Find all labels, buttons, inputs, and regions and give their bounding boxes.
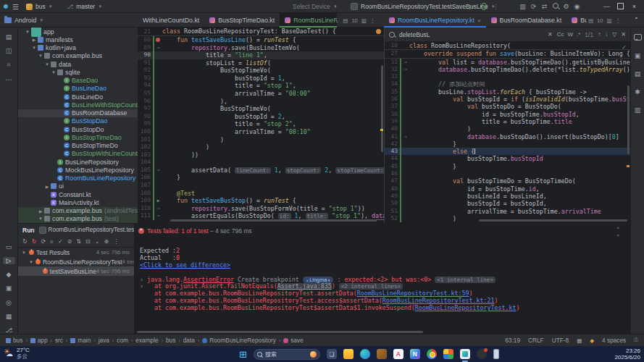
settings-icon[interactable]: ⚙ [561, 3, 572, 10]
pinned-app-briefcase[interactable] [377, 349, 387, 359]
horizontal-scrollbar[interactable] [479, 219, 627, 222]
code-line[interactable]: 47 val busStopTimeDo = BusStopTimeDo( [385, 177, 630, 185]
console-link[interactable]: RoomBusLineRepositoryTest.kt:21 [382, 298, 495, 304]
tree-chevron-icon[interactable]: ▼ [51, 70, 57, 75]
code-line[interactable]: 109▶ fun testSaveBusStop() = runTest { [138, 197, 384, 205]
inlay-hint[interactable]: stopCount: [285, 167, 322, 174]
code-line[interactable]: 48 id = busStopTime.id, [385, 185, 630, 193]
debug-button[interactable] [481, 0, 487, 13]
code-line[interactable]: 36 val busStopId = if (isInvalidId(busSt… [385, 96, 630, 103]
breadcrumb-item-bus[interactable]: bus [6, 337, 22, 344]
navigate-icon[interactable]: ⊕ [104, 238, 109, 245]
tree-chevron-icon[interactable]: ▶ [44, 184, 50, 189]
pinned-app-pinwheel[interactable] [443, 349, 453, 359]
code-line[interactable]: 46 [385, 170, 630, 177]
console-link[interactable]: AssertionError [183, 277, 234, 283]
logcat-icon[interactable]: ▣ [3, 285, 15, 292]
tab-roombuslinerepository-kt[interactable]: RoomBusLineRepository.kt× [384, 13, 486, 28]
device-selector[interactable]: Select Device▼ [293, 0, 338, 13]
code-line[interactable]: 94 title = "stop 1", [138, 82, 384, 90]
search-toggle-[interactable]: .* [577, 31, 580, 38]
tree-item-com-example-bus[interactable]: ▼com.example.bus [18, 52, 138, 60]
code-line[interactable]: 90 title = "line 1", [138, 51, 384, 59]
tab-control-icon[interactable]: 10 [351, 17, 357, 24]
lingma-chat-icon[interactable] [632, 32, 644, 43]
export-icon[interactable]: ⊡ [85, 238, 91, 245]
refresh-icon[interactable]: ⟳ [41, 238, 46, 245]
test-node-testsavebusline[interactable]: testSaveBusLine4 sec 796 ms [18, 266, 134, 276]
failed-test-gutter-icon[interactable] [154, 36, 162, 44]
code-line[interactable]: 98 busStopId = 2, [138, 113, 384, 121]
phone-link-icon[interactable] [493, 349, 499, 359]
tree-item-buslinedao[interactable]: IBusLineDao [18, 85, 138, 93]
search-box[interactable]: 搜索 [254, 349, 320, 360]
inlay-hint[interactable]: title: [306, 213, 328, 219]
tab-control-icon[interactable]: ▤ [588, 17, 593, 24]
tree-item-busroomdatabase[interactable]: CBusRoomDatabase [18, 109, 138, 117]
more-tool-windows-icon[interactable]: ⋯ [3, 75, 15, 83]
lingma-status-icon[interactable]: ◆ [590, 337, 594, 344]
pinned-app-n[interactable]: N [410, 349, 420, 359]
tab-control-icon[interactable]: ▤ [343, 17, 348, 24]
tree-chevron-icon[interactable]: ▼ [44, 62, 50, 67]
breadcrumb-item-app[interactable]: app [30, 337, 48, 344]
search-toggle-w[interactable]: W [567, 31, 573, 38]
editor-left[interactable]: 21class RoomBusLineRepositoryTest: BaseD… [138, 28, 384, 223]
problems-icon[interactable]: ◎ [3, 298, 15, 306]
show-ignored-icon[interactable]: ⊘ [67, 238, 72, 245]
warning-stripe-mark[interactable] [380, 129, 383, 131]
tree-item-app[interactable]: ▼app [18, 28, 138, 35]
close-search-icon[interactable]: ✕ [621, 31, 626, 38]
start-button[interactable]: ⊞ [239, 349, 247, 360]
tree-chevron-icon[interactable]: ▼ [29, 260, 33, 264]
inspection-warning-icon[interactable] [376, 29, 381, 34]
minimize-button[interactable]: — [600, 3, 614, 10]
sync-icon[interactable]: ⟳ [528, 3, 539, 10]
clear-search-icon[interactable]: ✕ [548, 31, 553, 38]
editor-right[interactable]: deleteBusL ✕ CcW.* 1/1 ↑ ↓ ▽ ✕ 18class R… [384, 28, 630, 223]
gutter-arrow-icon[interactable]: → [154, 212, 162, 220]
show-passed-icon[interactable]: ✓ [58, 238, 63, 245]
tree-item-roombuslinerepository[interactable]: CRoomBusLineRepository [18, 174, 138, 182]
tab-roombuslinerepositorytest-kt[interactable]: RoomBusLineRepositoryTest.kt× [280, 13, 337, 28]
tree-item-busstopdo[interactable]: CBusStopDo [18, 125, 138, 133]
tree-item-mainactivity-kt[interactable]: KMainActivity.kt [18, 198, 138, 206]
next-match-icon[interactable]: ↓ [605, 31, 608, 38]
inlay-hint[interactable]: stopTimeCount: [335, 167, 384, 174]
gutter-arrow-icon[interactable]: → [401, 66, 409, 73]
project-widget[interactable]: bus ▼ [26, 0, 53, 13]
device-manager-icon[interactable]: ▥ [517, 3, 528, 10]
code-line[interactable]: 97 BusStopTimeVo( [138, 105, 384, 113]
code-line[interactable]: 43 else { [385, 148, 630, 155]
inlay-hint[interactable]: lineCount: [235, 167, 271, 174]
running-devices-icon[interactable]: ▭ [3, 243, 15, 251]
more-actions-icon[interactable]: ⋮ [493, 0, 499, 13]
console-link[interactable]: RoomBusLineRepositoryTest.kt [415, 305, 517, 311]
close-icon[interactable]: × [477, 17, 481, 24]
code-line[interactable]: 49 busLineId = busLineId, [385, 193, 630, 200]
notifications-icon[interactable]: ▣ [632, 50, 644, 61]
console-link[interactable]: RoomBusLineRepositoryTest.kt:59 [357, 290, 469, 297]
code-line[interactable]: 96 ), [138, 98, 384, 106]
code-line[interactable]: 104 [138, 159, 384, 167]
tree-item-ui[interactable]: ▶ui [18, 182, 138, 190]
code-line[interactable]: 110→ repository.save(BusStopFormVo(title… [138, 205, 384, 213]
code-line[interactable]: 39 title = busStopTime.title [385, 118, 630, 125]
code-line[interactable]: 21class RoomBusLineRepositoryTest: BaseD… [138, 28, 384, 36]
gutter-arrow-icon[interactable]: → [401, 59, 409, 66]
tab-control-icon[interactable]: ⌄ [335, 17, 339, 24]
tree-item-data[interactable]: ▼data [18, 60, 138, 68]
test-node-roombuslinerepositorytest[interactable]: ▼RoomBusLineRepositoryTest4 sec 796 ms [18, 257, 134, 266]
breadcrumb-item-data[interactable]: data [183, 337, 195, 344]
code-line[interactable]: 35 busLine.stopList.forEach { busStopTim… [385, 88, 630, 96]
tree-chevron-icon[interactable]: ▶ [38, 209, 43, 214]
tree-chevron-icon[interactable]: ▼ [38, 54, 43, 58]
code-line[interactable]: 45 } [385, 163, 630, 170]
test-output-console[interactable]: Tests failed: 1 of 1 test – 4 sec 796 ms… [134, 223, 630, 334]
code-line[interactable]: 88 fun testSaveBusLine() = runTest { [138, 36, 384, 44]
android-studio-icon[interactable] [460, 349, 470, 359]
pinned-app-notification[interactable] [477, 349, 487, 359]
prev-match-icon[interactable]: ↑ [598, 31, 601, 38]
tab-control-icon[interactable]: ⋮ [370, 17, 376, 24]
inspection-ok-icon[interactable]: ✓ [622, 44, 627, 51]
